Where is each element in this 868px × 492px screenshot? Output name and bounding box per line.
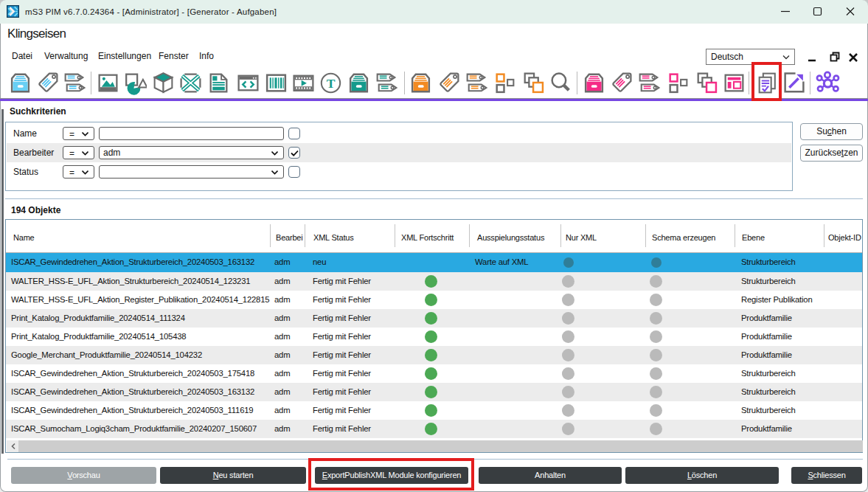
svg-text:T: T xyxy=(327,76,336,91)
